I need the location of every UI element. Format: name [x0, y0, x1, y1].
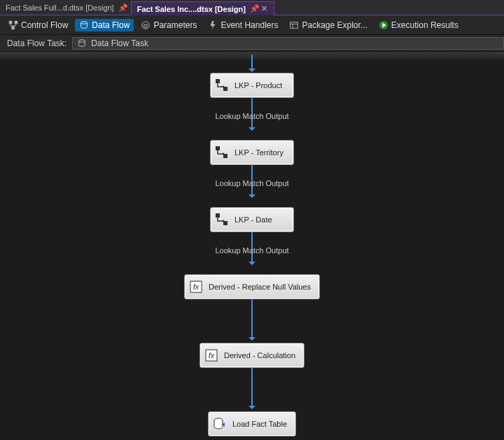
event-handlers-icon [208, 20, 218, 30]
node-load-fact-table[interactable]: Load Fact Table [208, 411, 296, 437]
nav-control-flow[interactable]: Control Flow [4, 19, 72, 31]
svg-text:fx: fx [193, 283, 200, 291]
svg-point-10 [79, 39, 85, 42]
node-label: Derived - Calculation [224, 351, 295, 360]
svg-text:@: @ [143, 22, 148, 28]
svg-rect-14 [216, 146, 220, 150]
nav-event-handlers[interactable]: Event Handlers [204, 19, 282, 31]
data-flow-task-icon [77, 38, 87, 48]
pin-icon[interactable]: 📌 [118, 3, 125, 13]
designer-tabs: Control Flow Data Flow @ Parameters Even… [0, 15, 504, 35]
task-selector[interactable]: Data Flow Task [72, 37, 504, 50]
control-flow-icon [8, 20, 18, 30]
node-lkp-product[interactable]: LKP - Product [210, 73, 294, 98]
node-lkp-territory[interactable]: LKP - Territory [210, 140, 294, 165]
svg-rect-11 [216, 79, 220, 83]
nav-label: Package Explor... [302, 20, 367, 30]
nav-package-explorer[interactable]: Package Explor... [285, 19, 371, 31]
node-label: LKP - Product [234, 81, 282, 90]
node-derived-replace-null[interactable]: fx Derived - Replace Null Values [184, 274, 320, 299]
nav-label: Event Handlers [220, 20, 278, 30]
tab-strip: Fact Sales Full...d.dtsx [Design] 📌 Fact… [0, 0, 504, 15]
lookup-icon [215, 213, 229, 227]
edge-label: Lookup Match Output [215, 246, 288, 255]
derived-column-icon: fx [204, 348, 218, 362]
svg-point-3 [81, 21, 88, 24]
node-derived-calculation[interactable]: fx Derived - Calculation [200, 343, 304, 368]
close-icon[interactable]: ✕ [261, 4, 268, 13]
tab-label: Fact Sales Full...d.dtsx [Design] [6, 3, 114, 12]
lookup-icon [215, 146, 229, 159]
nav-execution-results[interactable]: Execution Results [374, 19, 463, 31]
lookup-icon [215, 78, 229, 92]
tab-fact-sales-inc[interactable]: Fact Sales Inc....dtsx [Design] 📌 ✕ [131, 1, 274, 15]
breadcrumb-label: Data Flow Task: [7, 38, 66, 48]
edge-label: Lookup Match Output [215, 179, 288, 187]
svg-point-19 [223, 220, 225, 222]
derived-column-icon: fx [189, 280, 203, 294]
nav-label: Execution Results [391, 20, 458, 30]
destination-icon [213, 417, 227, 431]
node-label: LKP - Date [234, 215, 272, 224]
svg-rect-17 [216, 213, 220, 218]
nav-data-flow[interactable]: Data Flow [75, 19, 134, 31]
svg-rect-6 [290, 22, 298, 28]
task-selector-value: Data Flow Task [91, 38, 148, 48]
svg-point-16 [223, 153, 225, 155]
node-label: Load Fact Table [232, 420, 287, 428]
play-icon [379, 20, 388, 30]
flow-arrow [251, 55, 253, 71]
svg-text:fx: fx [209, 351, 215, 360]
flow-arrow[interactable] [251, 299, 253, 340]
nav-label: Parameters [153, 20, 197, 30]
parameters-icon: @ [141, 20, 150, 30]
svg-point-13 [223, 86, 225, 88]
nav-label: Control Flow [21, 20, 68, 30]
svg-rect-1 [15, 20, 18, 23]
design-canvas[interactable]: LKP - Product Lookup Match Output LKP - … [0, 52, 504, 440]
nav-label: Data Flow [92, 20, 130, 30]
nav-parameters[interactable]: @ Parameters [136, 19, 201, 31]
pin-icon[interactable]: 📌 [250, 4, 257, 13]
edge-label: Lookup Match Output [215, 112, 288, 120]
node-lkp-date[interactable]: LKP - Date [210, 207, 294, 232]
svg-rect-0 [9, 20, 12, 23]
tab-fact-sales-full[interactable]: Fact Sales Full...d.dtsx [Design] 📌 [0, 1, 131, 15]
breadcrumb-bar: Data Flow Task: Data Flow Task [0, 35, 504, 52]
node-label: Derived - Replace Null Values [209, 283, 311, 291]
data-flow-icon [79, 20, 89, 30]
flow-arrow[interactable] [251, 368, 253, 409]
node-label: LKP - Territory [234, 148, 284, 157]
package-explorer-icon [289, 20, 299, 30]
tab-label: Fact Sales Inc....dtsx [Design] [137, 5, 246, 13]
